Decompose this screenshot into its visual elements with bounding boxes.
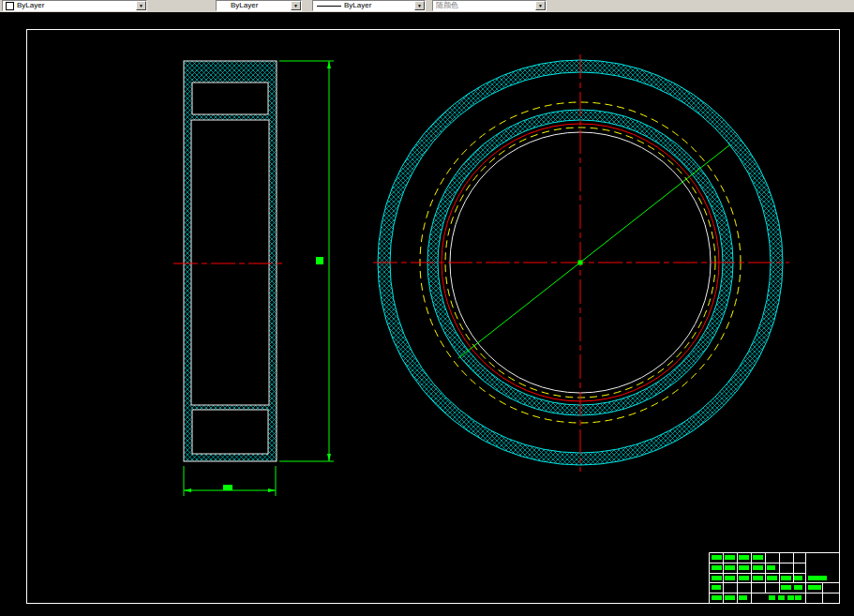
dimension-arrow-left [184, 488, 191, 492]
plot-style-control-value: 随颜色 [433, 1, 535, 10]
dimension-text[interactable] [223, 485, 232, 490]
section-hatch-cyan[interactable] [184, 61, 277, 461]
lineweight-preview-icon [317, 6, 341, 7]
section-hatch-top[interactable] [192, 83, 268, 114]
dimension-text[interactable] [316, 257, 323, 264]
title-block[interactable] [710, 553, 840, 604]
dimension-lines[interactable] [279, 61, 334, 461]
dimension-arrow-up [327, 61, 331, 68]
plot-style-control-dropdown[interactable]: 随颜色 ▼ [432, 0, 547, 11]
color-control-value: ByLayer [14, 1, 136, 10]
section-outline[interactable] [184, 61, 277, 461]
linetype-control-dropdown[interactable]: ByLayer ▼ [216, 0, 302, 11]
model-space-canvas[interactable] [0, 12, 854, 616]
color-swatch-icon [6, 2, 14, 10]
object-properties-toolbar: ByLayer ▼ ByLayer ▼ ByLayer ▼ 随颜色 ▼ [0, 0, 854, 12]
chevron-down-icon[interactable]: ▼ [136, 1, 146, 10]
dimension-arrow-right [268, 488, 276, 492]
center-grip[interactable] [578, 261, 583, 265]
section-bore-outline[interactable] [191, 120, 269, 405]
chevron-down-icon[interactable]: ▼ [291, 1, 301, 10]
section-view [173, 61, 286, 461]
dimension-lines[interactable] [184, 466, 276, 496]
chevron-down-icon[interactable]: ▼ [414, 1, 425, 10]
section-hatch-bottom[interactable] [192, 410, 268, 454]
dimension-vertical[interactable] [279, 61, 334, 461]
color-control-dropdown[interactable]: ByLayer ▼ [2, 0, 147, 11]
linetype-control-value: ByLayer [217, 1, 291, 10]
dimension-horizontal[interactable] [184, 466, 276, 496]
chevron-down-icon[interactable]: ▼ [535, 1, 546, 10]
lineweight-control-value: ByLayer [341, 1, 414, 10]
cad-application-window: ByLayer ▼ ByLayer ▼ ByLayer ▼ 随颜色 ▼ [0, 0, 854, 616]
drawing-svg [0, 12, 854, 616]
diameter-line[interactable] [458, 145, 730, 359]
dimension-arrow-down [327, 454, 331, 461]
front-view [373, 54, 789, 472]
lineweight-control-dropdown[interactable]: ByLayer ▼ [312, 0, 426, 11]
